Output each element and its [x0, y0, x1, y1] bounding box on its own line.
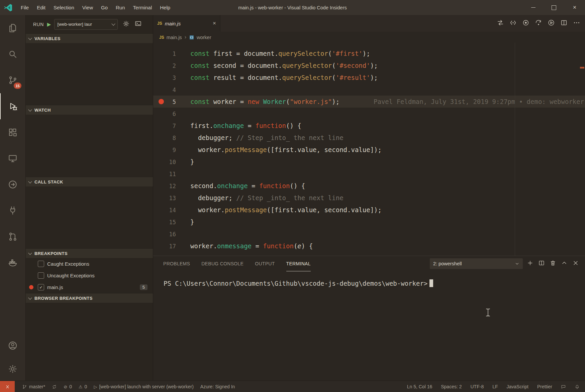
code-line[interactable]: 9 worker.postMessage([first.value, secon… [153, 144, 585, 156]
open-changes-button[interactable] [497, 19, 504, 28]
sync-button[interactable] [52, 384, 57, 389]
code-line[interactable]: 5const worker = new Worker("worker.js");… [153, 96, 585, 108]
activity-github-pull-requests[interactable] [0, 224, 25, 250]
code-line[interactable]: 10} [153, 156, 585, 168]
breakpoint-item[interactable]: Caught Exceptions [26, 258, 153, 270]
gutter[interactable]: 3 [153, 72, 176, 84]
step-over-button[interactable] [535, 19, 542, 28]
activity-settings[interactable] [0, 357, 25, 381]
breadcrumb-symbol[interactable]: worker [197, 35, 211, 40]
activity-live-share[interactable] [0, 171, 25, 198]
gutter[interactable]: 5 [153, 96, 176, 108]
menu-view[interactable]: View [78, 0, 97, 15]
configure-launch-button[interactable] [122, 20, 130, 28]
split-editor-button[interactable] [560, 19, 568, 28]
section-watch[interactable]: WATCH [26, 105, 153, 115]
code-line[interactable]: 17worker.onmessage = function(e) { [153, 240, 585, 252]
close-button[interactable]: × [564, 0, 585, 15]
menu-terminal[interactable]: Terminal [129, 0, 156, 15]
panel-tab-problems[interactable]: PROBLEMS [163, 256, 190, 271]
code-line[interactable]: 7first.onchange = function() { [153, 120, 585, 132]
activity-explorer[interactable] [0, 15, 25, 41]
menu-go[interactable]: Go [97, 0, 112, 15]
record-profile-button[interactable] [522, 19, 529, 28]
debug-console-button[interactable] [134, 20, 142, 28]
split-terminal-button[interactable] [538, 260, 545, 268]
code-line[interactable]: 11 [153, 168, 585, 180]
minimize-button[interactable] [523, 0, 544, 15]
debug-launch-config[interactable]: ▷[web-worker] launch with server (web-wo… [94, 384, 193, 389]
gutter[interactable]: 16 [153, 228, 176, 240]
feedback[interactable] [561, 384, 566, 389]
menu-help[interactable]: Help [156, 0, 174, 15]
start-debugging-button[interactable]: ▶ [47, 21, 51, 27]
gutter[interactable]: 13 [153, 192, 176, 204]
menu-selection[interactable]: Selection [50, 0, 78, 15]
activity-remote-explorer[interactable] [0, 145, 25, 171]
activity-docker[interactable] [0, 250, 25, 276]
gutter[interactable]: 2 [153, 59, 176, 72]
maximize-panel-button[interactable] [561, 260, 568, 268]
git-branch[interactable]: master* [22, 384, 45, 389]
panel-tab-output[interactable]: OUTPUT [255, 256, 275, 271]
remote-indicator[interactable] [0, 381, 15, 392]
code-line[interactable]: 4 [153, 84, 585, 96]
language-mode[interactable]: JavaScript [507, 384, 528, 389]
indentation[interactable]: Spaces: 2 [441, 384, 462, 389]
code-line[interactable]: 3const result = document.querySelector('… [153, 72, 585, 84]
gutter[interactable]: 8 [153, 132, 176, 144]
terminal-select[interactable]: 2: powershell [430, 258, 523, 269]
encoding[interactable]: UTF-8 [471, 384, 484, 389]
code-line[interactable]: 2const second = document.querySelector('… [153, 59, 585, 72]
code-line[interactable]: 13 debugger; // Step _into_ the next lin… [153, 192, 585, 204]
code-line[interactable]: 8 debugger; // Step _into_ the next line [153, 132, 585, 144]
activity-search[interactable] [0, 41, 25, 67]
activity-source-control[interactable]: 15 [0, 67, 25, 93]
code-line[interactable]: 1const first = document.querySelector('#… [153, 47, 585, 59]
gutter[interactable]: 10 [153, 156, 176, 168]
code-line[interactable]: 6 [153, 108, 585, 120]
activity-run-debug[interactable] [0, 93, 25, 119]
gutter[interactable]: 15 [153, 216, 176, 228]
gutter[interactable]: 4 [153, 84, 176, 96]
peek-symbol-button[interactable] [509, 19, 517, 28]
azure-account[interactable]: Azure: Signed In [200, 384, 235, 389]
breakpoint-item[interactable]: ✓main.js5 [26, 281, 153, 293]
section-call-stack[interactable]: CALL STACK [26, 177, 153, 186]
new-terminal-button[interactable] [527, 260, 533, 268]
menu-edit[interactable]: Edit [33, 0, 50, 15]
activity-remote-connection[interactable] [0, 198, 25, 224]
close-panel-button[interactable] [572, 260, 579, 268]
terminal[interactable]: PS C:\Users\Connor\Documents\Github\vsco… [153, 271, 585, 381]
section-breakpoints[interactable]: BREAKPOINTS [26, 248, 153, 258]
section-variables[interactable]: VARIABLES [26, 33, 153, 43]
gutter[interactable]: 14 [153, 204, 176, 216]
maximize-button[interactable] [544, 0, 564, 15]
gutter[interactable]: 17 [153, 240, 176, 252]
problems-warnings[interactable]: ⚠0 [79, 384, 87, 389]
breakpoint-item[interactable]: Uncaught Exceptions [26, 270, 153, 281]
launch-config-dropdown[interactable]: [web-worker] laur [54, 19, 118, 30]
panel-tab-terminal[interactable]: TERMINAL [286, 256, 311, 271]
cursor-position[interactable]: Ln 5, Col 16 [407, 384, 432, 389]
problems-errors[interactable]: ⊘0 [64, 384, 72, 389]
activity-extensions[interactable] [0, 119, 25, 145]
code-line[interactable]: 16 [153, 228, 585, 240]
end-of-line[interactable]: LF [492, 384, 498, 389]
gutter[interactable]: 1 [153, 47, 176, 59]
gutter[interactable]: 11 [153, 168, 176, 180]
section-browser-breakpoints[interactable]: BROWSER BREAKPOINTS [26, 293, 153, 303]
gutter[interactable]: 9 [153, 144, 176, 156]
breakpoint-checkbox[interactable] [38, 261, 44, 267]
breakpoint-checkbox[interactable] [38, 272, 44, 279]
more-actions-button[interactable] [573, 19, 580, 28]
close-tab-icon[interactable]: × [213, 20, 216, 27]
notifications[interactable] [575, 384, 580, 389]
code-line[interactable]: 15} [153, 216, 585, 228]
run-file-button[interactable] [548, 19, 555, 28]
gutter[interactable]: 12 [153, 180, 176, 192]
formatter[interactable]: Prettier [537, 384, 552, 389]
code-line[interactable]: 14 worker.postMessage([first.value, seco… [153, 204, 585, 216]
menu-run[interactable]: Run [112, 0, 129, 15]
breadcrumb-file[interactable]: main.js [167, 35, 182, 40]
